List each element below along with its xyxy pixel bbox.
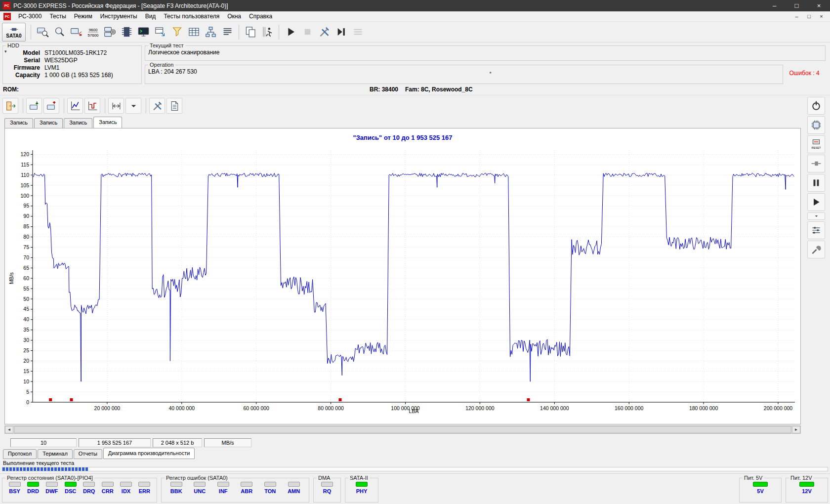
search-button[interactable] bbox=[51, 24, 68, 41]
levels-button[interactable] bbox=[807, 221, 825, 239]
toolbar-separator bbox=[64, 98, 64, 113]
status-register-leds: BSYDRDDWFDSCDRQCRRIDXERR bbox=[5, 482, 154, 494]
error-marker bbox=[527, 398, 530, 401]
minimize-icon[interactable]: – bbox=[763, 0, 786, 11]
power-12v-leds: 12V bbox=[789, 482, 825, 494]
mdi-restore-icon[interactable]: □ bbox=[803, 12, 815, 21]
drive-id-button[interactable] bbox=[34, 24, 51, 41]
led-label: TON bbox=[264, 488, 276, 494]
led-indicator bbox=[241, 482, 252, 487]
svg-text:60 000 000: 60 000 000 bbox=[243, 405, 269, 411]
graph-report-button[interactable] bbox=[166, 98, 182, 114]
svg-text:35: 35 bbox=[23, 327, 29, 333]
led-label: INF bbox=[219, 488, 228, 494]
tab-write-3[interactable]: Запись bbox=[64, 118, 92, 128]
test-progress-bar bbox=[2, 467, 828, 471]
tab-write-1[interactable]: Запись bbox=[4, 118, 33, 128]
graph-toolbar bbox=[2, 96, 184, 115]
svg-text:100: 100 bbox=[20, 193, 29, 199]
utility-settings-button[interactable] bbox=[807, 241, 825, 258]
tab-performance-diagram[interactable]: Диаграмма производительности bbox=[103, 448, 195, 459]
led-indicator bbox=[138, 482, 150, 487]
svg-text:55: 55 bbox=[23, 286, 29, 292]
tab-write-4[interactable]: Запись bbox=[93, 117, 122, 128]
scroll-thumb[interactable] bbox=[14, 426, 791, 433]
menu-item-mode[interactable]: Режим bbox=[70, 12, 96, 21]
svg-text:30: 30 bbox=[23, 337, 29, 343]
chart-panel: "Запись" от 10 до 1 953 525 167 05101520… bbox=[4, 128, 801, 424]
start-test-button[interactable] bbox=[282, 24, 299, 41]
hdd-selector-dropdown-icon[interactable]: ▾ bbox=[4, 49, 7, 54]
progress-fill bbox=[2, 467, 89, 471]
scroll-left-icon[interactable]: ◄ bbox=[5, 426, 13, 433]
led-label: UNC bbox=[194, 488, 206, 494]
menu-item-windows[interactable]: Окна bbox=[223, 12, 245, 21]
line-graph-button[interactable] bbox=[67, 98, 83, 114]
mdi-minimize-icon[interactable]: – bbox=[790, 12, 803, 21]
test-settings-button[interactable] bbox=[316, 24, 332, 41]
pause-icon bbox=[810, 177, 822, 189]
terminal-button[interactable] bbox=[135, 24, 152, 41]
firmware-chip-button[interactable] bbox=[807, 116, 825, 134]
maximize-icon[interactable]: □ bbox=[786, 0, 808, 11]
menu-item-tools[interactable]: Инструменты bbox=[96, 12, 141, 21]
range-icon bbox=[111, 100, 122, 112]
status-register-title: Регистр состояния (SATA0)-[PIO4] bbox=[5, 475, 94, 481]
svg-text:10: 10 bbox=[23, 378, 29, 384]
hdd-info-grid: ModelST1000LM035-1RK172SerialWES25DGPFir… bbox=[6, 49, 138, 79]
window-arrow-icon bbox=[154, 26, 166, 38]
sector-view-button[interactable] bbox=[185, 24, 202, 41]
run-test-button[interactable] bbox=[807, 193, 825, 211]
save-graph-button[interactable] bbox=[26, 98, 42, 114]
report-button[interactable] bbox=[219, 24, 236, 41]
drive-cable-icon bbox=[70, 26, 83, 38]
led-label: DWF bbox=[45, 488, 58, 494]
drive-settings-button[interactable] bbox=[101, 24, 118, 41]
filter-button[interactable] bbox=[168, 24, 185, 41]
mdi-close-icon[interactable]: × bbox=[815, 12, 828, 21]
tab-write-2[interactable]: Запись bbox=[34, 118, 63, 128]
copy-button[interactable] bbox=[242, 24, 259, 41]
graph-settings-button[interactable] bbox=[149, 98, 165, 114]
menu-item-user-tests[interactable]: Тесты пользователя bbox=[160, 12, 223, 21]
menu-item-view[interactable]: Вид bbox=[141, 12, 160, 21]
play-small-icon bbox=[810, 196, 822, 208]
pause-test-button[interactable] bbox=[807, 174, 825, 192]
led-drd: DRD bbox=[27, 482, 39, 494]
led-indicator bbox=[799, 482, 814, 487]
menu-item-tests[interactable]: Тесты bbox=[45, 12, 70, 21]
go-to-end-button[interactable] bbox=[332, 24, 349, 41]
range-button[interactable] bbox=[108, 98, 124, 114]
reset-button[interactable]: RESET bbox=[807, 135, 825, 153]
tab-reports[interactable]: Отчеты bbox=[74, 449, 102, 459]
close-icon[interactable]: × bbox=[808, 0, 830, 11]
led-label: AMN bbox=[288, 488, 300, 494]
drive-init-button[interactable] bbox=[68, 24, 84, 41]
power-button[interactable] bbox=[807, 97, 825, 115]
load-graph-button[interactable] bbox=[43, 98, 59, 114]
active-tasks-button[interactable] bbox=[259, 24, 276, 41]
send-command-button[interactable] bbox=[152, 24, 168, 41]
menu-item-pc3000[interactable]: PC-3000 bbox=[14, 12, 45, 21]
step-graph-button[interactable] bbox=[84, 98, 100, 114]
scroll-right-icon[interactable]: ► bbox=[792, 426, 800, 433]
tab-terminal[interactable]: Терминал bbox=[38, 449, 73, 459]
drive-export-icon bbox=[46, 100, 57, 112]
running-man-icon bbox=[261, 26, 274, 38]
scheme-button[interactable] bbox=[202, 24, 219, 41]
exit-graph-button[interactable] bbox=[2, 98, 18, 114]
baud-rate-button[interactable]: 960057600 bbox=[84, 24, 101, 41]
run-dropdown-button[interactable] bbox=[807, 212, 825, 220]
dma-title: DMA bbox=[317, 475, 332, 481]
app-logo-icon: PC bbox=[3, 2, 10, 9]
svg-text:MB/s: MB/s bbox=[8, 272, 14, 284]
memory-chip-button[interactable] bbox=[118, 24, 135, 41]
led-indicator bbox=[102, 482, 114, 487]
tab-protocol[interactable]: Протокол bbox=[3, 449, 37, 459]
range-dropdown-button[interactable] bbox=[125, 98, 141, 114]
menu-item-help[interactable]: Справка bbox=[245, 12, 276, 21]
sata0-port-button[interactable]: SATA0 bbox=[2, 23, 26, 42]
dma-group: DMA RQ bbox=[313, 475, 341, 503]
connect-button[interactable] bbox=[807, 155, 825, 172]
drive-magnifier-icon bbox=[37, 26, 49, 38]
